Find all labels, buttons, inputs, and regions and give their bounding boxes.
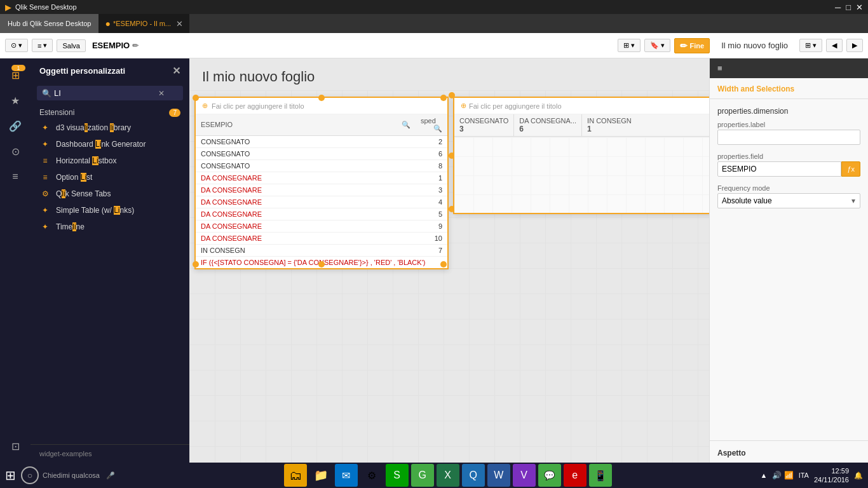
taskbar-app-mail[interactable]: ✉ bbox=[335, 464, 358, 487]
rail-bottom-item[interactable]: ⊡ bbox=[4, 435, 27, 458]
table1-col1-header: ESEMPIO 🔍 bbox=[196, 114, 416, 136]
taskbar-app-blue[interactable]: Q bbox=[462, 464, 485, 487]
tray-arrow[interactable]: ▲ bbox=[760, 471, 767, 479]
taskbar-app-green1[interactable]: S bbox=[386, 464, 409, 487]
search-col2-icon[interactable]: 🔍 bbox=[433, 125, 442, 133]
rail-data-item[interactable]: ⊙ bbox=[4, 140, 27, 163]
resize-handle-tl[interactable] bbox=[193, 95, 199, 101]
sidebar: Oggetti personalizzati ✕ 🔍 ✕ Estensioni … bbox=[31, 58, 189, 463]
sidebar-item-d3[interactable]: ✦ d3 visualization library bbox=[31, 119, 189, 136]
edit-menu-btn[interactable]: ≡ ▾ bbox=[32, 39, 53, 52]
field-field-label: properties.field bbox=[717, 152, 860, 160]
taskbar-app-word[interactable]: W bbox=[487, 464, 510, 487]
sidebar-item-label-listbox: Horizontal Listbox bbox=[56, 156, 180, 165]
bookmark-btn[interactable]: 🔖 ▾ bbox=[644, 39, 670, 52]
next-sheet-btn[interactable]: ▶ bbox=[846, 39, 863, 52]
taskbar-app-settings[interactable]: ⚙ bbox=[360, 464, 383, 487]
fullscreen-btn[interactable]: ⊞ ▾ bbox=[799, 39, 822, 52]
taskbar-time: 12:59 24/11/2016 bbox=[814, 466, 849, 485]
search-clear-btn[interactable]: ✕ bbox=[158, 89, 165, 98]
sidebar-item-timeline[interactable]: ✦ Timeline bbox=[31, 219, 189, 235]
props-section-width[interactable]: Width and Selections bbox=[710, 78, 868, 96]
rail-menu-item[interactable]: ≡ bbox=[4, 165, 27, 188]
label-field-label: properties.label bbox=[717, 121, 860, 128]
frequency-select[interactable]: Absolute value Relative value None bbox=[717, 193, 860, 208]
add-title-icon: ⊕ bbox=[202, 102, 208, 110]
table1-row-col2: 4 bbox=[416, 196, 447, 208]
divider2 bbox=[710, 440, 868, 441]
sidebar-item-optionlist[interactable]: ≡ Option List bbox=[31, 169, 189, 186]
tab-active[interactable]: ● *ESEMPIO - Il m... ✕ bbox=[98, 14, 189, 33]
table1-placeholder[interactable]: Fai clic per aggiungere il titolo bbox=[212, 102, 304, 110]
field-input-group: ƒx bbox=[717, 161, 860, 177]
bookmark-icon: 🔖 bbox=[650, 41, 659, 50]
table1-row-col2: 1 bbox=[416, 172, 447, 184]
taskbar-app-vs[interactable]: V bbox=[513, 464, 536, 487]
notification-icon[interactable]: 🔔 bbox=[854, 471, 863, 480]
taskbar-app-msg[interactable]: 💬 bbox=[538, 464, 561, 487]
taskbar-app-files[interactable]: 🗂 bbox=[284, 464, 307, 487]
fx-button[interactable]: ƒx bbox=[841, 161, 860, 177]
col3-label: IN CONSEGN bbox=[587, 117, 634, 125]
app-pencil-icon: ✏ bbox=[132, 41, 139, 50]
fine-button[interactable]: ✏ Fine bbox=[674, 38, 710, 53]
close-button[interactable]: ✕ bbox=[856, 3, 863, 12]
table2-col-headers: CONSEGNATO 3 DA CONSEGNA... 6 IN CONSEGN… bbox=[454, 114, 709, 137]
date-display: 24/11/2016 bbox=[814, 475, 849, 484]
table1-row-col2: 2 bbox=[416, 136, 447, 148]
maximize-button[interactable]: □ bbox=[846, 3, 851, 12]
table2-col1: CONSEGNATO 3 bbox=[454, 114, 514, 136]
search-col1-icon[interactable]: 🔍 bbox=[402, 121, 410, 129]
sheet-view-chevron: ▾ bbox=[631, 41, 635, 50]
sidebar-item-tabs[interactable]: ⚙ Qlik Sense Tabs bbox=[31, 186, 189, 202]
table1-row-col2: 5 bbox=[416, 208, 447, 220]
sidebar-close-btn[interactable]: ✕ bbox=[172, 65, 180, 77]
sheet-name: Il mio nuovo foglio bbox=[714, 41, 796, 50]
sidebar-item-dashboard[interactable]: ✦ Dashboard Link Generator bbox=[31, 136, 189, 152]
table1-row-col1: CONSEGNATO bbox=[196, 160, 416, 172]
taskbar-app-green2[interactable]: G bbox=[411, 464, 434, 487]
tab-home[interactable]: Hub di Qlik Sense Desktop bbox=[0, 14, 98, 33]
resize-handle-bl[interactable] bbox=[193, 261, 199, 268]
tab-bar: Hub di Qlik Sense Desktop ● *ESEMPIO - I… bbox=[0, 14, 868, 33]
resize-handle-bc[interactable] bbox=[318, 261, 325, 268]
sidebar-search-bar[interactable]: 🔍 ✕ bbox=[37, 86, 183, 100]
resize-handle-tc[interactable] bbox=[318, 95, 325, 101]
sidebar-badge: 7 bbox=[169, 109, 180, 117]
table1-row-col1: DA CONSEGNARE bbox=[196, 220, 416, 233]
resize-handle-br[interactable] bbox=[440, 261, 447, 268]
resize2-handle-tl[interactable] bbox=[449, 92, 455, 98]
nav-btn[interactable]: ⊙ ▾ bbox=[5, 39, 28, 52]
taskbar-search[interactable]: ○ Chiedimi qualcosa 🎤 bbox=[21, 466, 135, 484]
rail-favorites-item[interactable]: ★ bbox=[4, 89, 27, 112]
rail-objects-item[interactable]: ⊞ bbox=[4, 64, 27, 86]
label-input[interactable] bbox=[717, 130, 860, 145]
taskbar-app-folder[interactable]: 📁 bbox=[309, 464, 332, 487]
canvas-area: Il mio nuovo foglio ⊕ Fai clic per aggiu… bbox=[189, 58, 709, 463]
app-name-text: ESEMPIO bbox=[92, 41, 130, 50]
table1-row-col2: 8 bbox=[416, 160, 447, 172]
props-section-dimension[interactable]: properties.dimension bbox=[710, 102, 868, 118]
taskbar-app-excel[interactable]: X bbox=[437, 464, 459, 487]
field-input[interactable] bbox=[717, 161, 841, 177]
sidebar-item-simpletable[interactable]: ✦ Simple Table (w/ Links) bbox=[31, 202, 189, 219]
list-icon-listbox: ≡ bbox=[39, 156, 51, 165]
resize-handle-tr[interactable] bbox=[440, 95, 447, 101]
col1-label: CONSEGNATO bbox=[459, 117, 508, 125]
taskbar-app-edge[interactable]: e bbox=[564, 464, 587, 487]
sheet-view-btn[interactable]: ⊞ ▾ bbox=[618, 39, 641, 52]
prev-sheet-btn[interactable]: ◀ bbox=[826, 39, 843, 52]
taskbar-app-mobile[interactable]: 📱 bbox=[589, 464, 612, 487]
table2-placeholder[interactable]: Fai clic per aggiungere il titolo bbox=[469, 102, 562, 110]
search-input[interactable] bbox=[54, 88, 156, 98]
canvas-content[interactable]: ⊕ Fai clic per aggiungere il titolo ESEM… bbox=[189, 90, 709, 463]
puzzle-icon-timeline: ✦ bbox=[39, 222, 51, 231]
nav-chevron: ▾ bbox=[18, 41, 22, 50]
table-row: DA CONSEGNARE10 bbox=[196, 233, 447, 245]
minimize-button[interactable]: ─ bbox=[835, 3, 841, 12]
save-button[interactable]: Salva bbox=[57, 39, 86, 52]
tab-close-icon[interactable]: ✕ bbox=[176, 19, 183, 29]
rail-links-item[interactable]: 🔗 bbox=[4, 114, 27, 137]
sidebar-item-listbox[interactable]: ≡ Horizontal Listbox bbox=[31, 152, 189, 169]
start-button[interactable]: ⊞ bbox=[5, 468, 16, 483]
